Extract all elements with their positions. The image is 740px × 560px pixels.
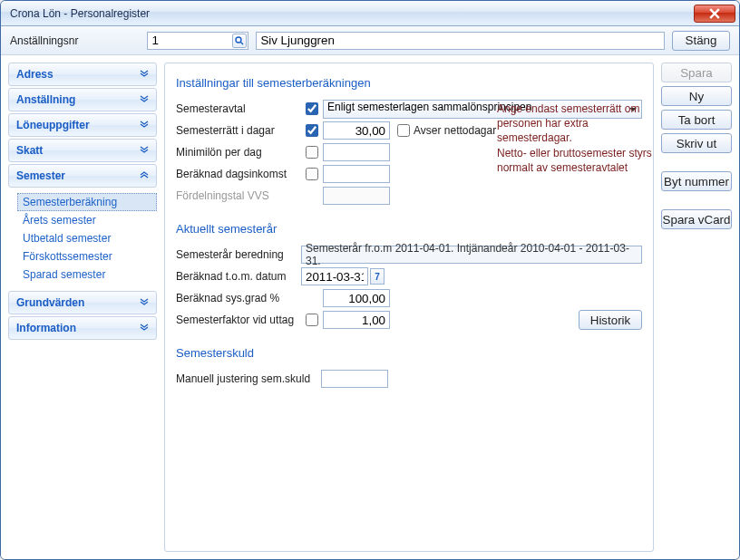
- sidebar-item-anstallning[interactable]: Anställning: [8, 88, 157, 111]
- emp-no-field-wrap: [147, 32, 248, 50]
- date-picker-button[interactable]: 7: [370, 268, 385, 285]
- sidebar-subnav-semester: Semesterberäkning Årets semester Utbetal…: [8, 189, 157, 289]
- beraknad-dagsinkomst-checkbox[interactable]: [306, 168, 318, 180]
- lookup-icon[interactable]: [232, 34, 247, 48]
- semfaktor-input[interactable]: [323, 311, 390, 329]
- semesterratt-label: Semesterrätt i dagar: [176, 124, 301, 137]
- semesterratt-checkbox[interactable]: [306, 124, 318, 137]
- app-window: Crona Lön - Personalregister Anställning…: [0, 0, 740, 560]
- semar-beredning-value: Semesterår fr.o.m 2011-04-01. Intjänande…: [301, 246, 642, 264]
- sidebar-item-grundvarden[interactable]: Grundvärden: [8, 291, 157, 314]
- sidebar-item-label: Löneuppgifter: [16, 119, 90, 131]
- sidebar-item-label: Semester: [16, 169, 65, 182]
- fordelningstal-label: Fördelningstal VVS: [176, 189, 301, 202]
- minimilon-input[interactable]: [323, 143, 390, 161]
- semesterratt-input[interactable]: [323, 121, 390, 140]
- sidebar-sub-semesterberakning[interactable]: Semesterberäkning: [17, 193, 157, 211]
- svg-point-0: [236, 37, 241, 43]
- spara-button: Spara: [661, 63, 732, 82]
- manuell-justering-label: Manuell justering sem.skuld: [176, 372, 321, 385]
- semar-beredning-label: Semesterår beredning: [176, 248, 301, 261]
- titlebar: Crona Lön - Personalregister: [1, 1, 739, 26]
- beraknad-dagsinkomst-label: Beräknad dagsinkomst: [176, 168, 301, 180]
- sidebar-item-skatt[interactable]: Skatt: [8, 139, 157, 162]
- section-title-installningar: Inställningar till semesterberäkningen: [176, 76, 642, 90]
- close-button[interactable]: Stäng: [672, 31, 730, 51]
- beraknad-dagsinkomst-input[interactable]: [323, 165, 390, 183]
- beraknad-sys-input[interactable]: [323, 289, 390, 307]
- minimilon-checkbox[interactable]: [306, 146, 318, 159]
- spara-vcard-button[interactable]: Spara vCard: [661, 209, 732, 229]
- beraknad-tom-label: Beräknad t.o.m. datum: [176, 270, 301, 283]
- sidebar-item-label: Information: [16, 322, 76, 334]
- minimilon-label: Minimilön per dag: [176, 146, 301, 159]
- sidebar: Adress Anställning Löneuppgifter Skatt S…: [8, 63, 157, 552]
- sidebar-sub-utbetald-semester[interactable]: Utbetald semester: [17, 229, 157, 247]
- top-toolbar: Anställningsnr Stäng: [1, 26, 739, 55]
- svg-line-1: [241, 42, 244, 44]
- sidebar-item-loneuppgifter[interactable]: Löneuppgifter: [8, 113, 157, 137]
- chevron-down-icon: [140, 119, 149, 131]
- window-title: Crona Lön - Personalregister: [10, 7, 150, 20]
- window-close-button[interactable]: [694, 5, 735, 23]
- semfaktor-label: Semesterfaktor vid uttag: [176, 314, 301, 326]
- chevron-up-icon: [140, 169, 149, 182]
- close-icon: [709, 8, 720, 19]
- emp-no-label: Anställningsnr: [10, 34, 78, 47]
- sidebar-item-information[interactable]: Information: [8, 316, 157, 340]
- sidebar-item-adress[interactable]: Adress: [8, 63, 157, 86]
- chevron-down-icon: [140, 93, 149, 106]
- sidebar-item-label: Anställning: [16, 93, 75, 106]
- sidebar-sub-forskottssemester[interactable]: Förskottssemester: [17, 247, 157, 266]
- avser-nettodagar-label: Avser nettodagar: [414, 124, 496, 137]
- manuell-justering-input[interactable]: [321, 370, 388, 388]
- section-title-semesterskuld: Semesterskuld: [176, 346, 642, 360]
- semesteravtal-checkbox[interactable]: [306, 102, 318, 115]
- emp-name-input[interactable]: [256, 32, 665, 50]
- sidebar-sub-arets-semester[interactable]: Årets semester: [17, 211, 157, 229]
- skriv-ut-button[interactable]: Skriv ut: [661, 133, 732, 153]
- semfaktor-checkbox[interactable]: [306, 314, 318, 326]
- sidebar-item-label: Grundvärden: [16, 296, 84, 309]
- section-title-aktuellt: Aktuellt semesterår: [176, 222, 642, 236]
- avser-nettodagar-checkbox[interactable]: [397, 124, 410, 137]
- sidebar-item-label: Skatt: [16, 144, 43, 157]
- ta-bort-button[interactable]: Ta bort: [661, 110, 732, 130]
- ny-button[interactable]: Ny: [661, 86, 732, 106]
- beraknad-sys-label: Beräknad sys.grad %: [176, 292, 301, 304]
- semesteravtal-label: Semesteravtal: [176, 102, 301, 115]
- chevron-down-icon: [140, 144, 149, 157]
- sidebar-item-label: Adress: [16, 68, 54, 81]
- action-column: Spara Ny Ta bort Skriv ut Byt nummer Spa…: [661, 63, 732, 552]
- chevron-down-icon: [140, 68, 149, 81]
- chevron-down-icon: [140, 296, 149, 309]
- calendar-icon: 7: [375, 272, 380, 282]
- chevron-down-icon: [140, 322, 149, 334]
- historik-button[interactable]: Historik: [579, 310, 642, 330]
- sidebar-sub-sparad-semester[interactable]: Sparad semester: [17, 266, 157, 284]
- byt-nummer-button[interactable]: Byt nummer: [661, 171, 732, 191]
- sidebar-item-semester[interactable]: Semester: [8, 164, 157, 188]
- beraknad-tom-input[interactable]: [301, 267, 368, 285]
- fordelningstal-input: [323, 187, 390, 205]
- info-text: Ange endast semesterrätt om personen har…: [497, 101, 660, 175]
